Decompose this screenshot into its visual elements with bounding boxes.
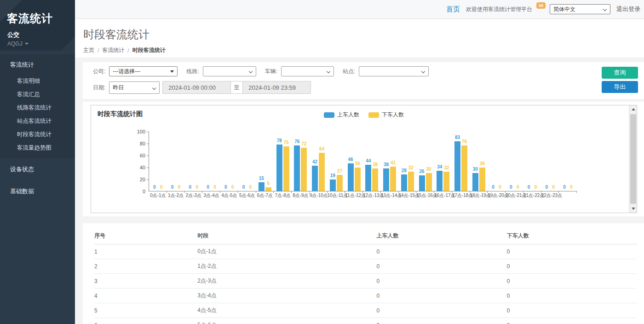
query-button[interactable]: 查询 [602,67,638,79]
bar-value-label: 0 [207,185,209,190]
x-axis-label: 4点-5点 [220,192,238,199]
bar-value-label: 41 [391,160,396,165]
x-axis-label: 13点-14点 [381,192,399,199]
bar-value-label: 0 [570,185,573,190]
bar-value-label: 15 [259,176,264,181]
bar-value-label: 27 [337,168,342,174]
bar-value-label: 0 [224,185,227,190]
x-axis-label: 19点-20点 [488,192,506,199]
sidebar-item-设备状态[interactable]: 设备状态 [0,158,75,180]
notification-badge: 34 [536,2,546,9]
bar-pair: 3039 [472,168,485,191]
sidebar-subitem-站点客流统计[interactable]: 站点客流统计 [0,115,75,128]
table-cell: 0 [507,318,637,324]
scroll-down-button[interactable] [629,205,637,213]
bar-value-label: 0 [196,185,199,190]
bar: 32 [443,172,449,191]
bar-pair: 2630 [419,173,432,191]
company-select[interactable]: ---请选择--- [109,66,178,76]
bar-value-label: 39 [480,161,485,166]
table-cell: 0 [377,244,507,259]
logout-link[interactable]: 退出登录 [616,5,640,13]
sidebar: 客流统计 公交 AQGJ 客流统计客流明细客流汇总线路客流统计站点客流统计时段客… [0,0,75,324]
bar-value-label: 0 [546,185,548,190]
breadcrumb-section[interactable]: 客流统计 [102,46,124,54]
date-to-label: 至 [230,81,243,93]
bar: 30 [426,173,432,191]
x-axis-label: 3点-4点 [202,192,220,199]
line-label: 线路: [186,68,199,75]
vehicle-select[interactable] [281,66,334,76]
sidebar-subitem-线路客流统计[interactable]: 线路客流统计 [0,101,75,115]
bar-group: 303918点-19点 [470,131,488,191]
x-axis-label: 15点-16点 [416,192,434,199]
y-axis-label: 0 [131,189,145,194]
bar-group: 0019点-20点 [488,131,506,191]
date-preset-value: 昨日 [113,84,124,92]
table-header-row: 序号时段上车人数下车人数 [94,228,637,244]
page-title: 时段客流统计 [83,27,644,42]
x-axis-label: 6点-7点 [256,192,274,199]
bar-group: 192710点-11点 [328,131,345,191]
table-cell: 0 [507,289,637,303]
x-axis-label: 20点-21点 [506,192,523,199]
chevron-down-icon [152,86,156,89]
legend-swatch-icon [324,112,334,118]
table-cell: 0 [377,259,507,274]
x-axis-label: 8点-9点 [292,192,310,199]
bar-pair: 4639 [348,163,361,191]
sidebar-subitem-客流汇总[interactable]: 客流汇总 [0,88,75,101]
scroll-up-button[interactable] [629,105,637,113]
table-cell: 0 [377,303,507,318]
station-select[interactable] [359,66,429,76]
table-cell: 0 [507,259,637,274]
bar-pair: 4264 [312,153,325,191]
home-link[interactable]: 首页 [446,5,460,14]
table-cell: 4 [94,289,197,303]
bar-value-label: 44 [366,158,371,163]
bar-value-label: 42 [312,159,317,164]
legend-item-上车人数: 上车人数 [324,111,359,119]
table-header-下车人数: 下车人数 [507,228,637,244]
y-axis-label: 80 [131,141,145,146]
bar: 42 [312,166,318,191]
x-axis-label: 18点-19点 [470,192,488,199]
bar-pair: 156 [259,182,271,191]
sidebar-item-基础数据[interactable]: 基础数据 [0,180,75,202]
bar-group: 002点-3点 [185,131,203,191]
bar: 76 [294,145,300,191]
bar: 83 [454,141,460,191]
bar-value-label: 0 [213,185,216,190]
line-select[interactable] [203,66,256,76]
table-cell: 2点-3点 [197,274,376,289]
filter-row-1: 公司: ---请选择--- 线路: 车辆: 站点: [93,66,644,77]
table-row: 32点-3点00 [94,274,637,289]
app-logo: 客流统计 [0,0,75,26]
bar-value-label: 75 [284,140,289,145]
bar-group: 0021点-22点 [523,131,541,191]
x-axis-label: 14点-15点 [399,192,417,199]
language-select[interactable]: 简体中文 [550,4,610,14]
bar-group: 000点-1点 [149,131,167,191]
user-menu[interactable]: AQGJ [0,39,75,47]
sidebar-item-客流统计[interactable]: 客流统计 [0,54,75,75]
x-axis-tick [558,191,559,193]
scrollbar-thumb[interactable] [630,114,636,204]
table-row: 10点-1点00 [94,244,637,259]
bar-value-label: 0 [563,185,566,190]
bar-value-label: 38 [384,162,389,167]
sidebar-subitem-客流量趋势图[interactable]: 客流量趋势图 [0,141,75,155]
chart-scrollbar[interactable] [629,105,637,213]
export-button[interactable]: 导出 [602,81,638,93]
bar-group: 0022点-23点 [541,131,559,191]
chart-box: 时段车流统计图 上车人数下车人数 020406080100000点-1点001点… [91,105,637,213]
bar: 72 [301,148,307,191]
breadcrumb-home[interactable]: 主页 [83,46,94,54]
sidebar-subitem-时段客流统计[interactable]: 时段客流统计 [0,128,75,141]
date-from-input[interactable]: 2024-01-09 00:00 [163,81,230,93]
date-preset-select[interactable]: 昨日 [109,81,160,94]
y-axis-label: 40 [131,165,145,170]
date-to-input[interactable]: 2024-01-09 23:59 [243,81,310,93]
sidebar-subitem-客流明细[interactable]: 客流明细 [0,75,75,88]
bar-value-label: 34 [437,164,442,169]
